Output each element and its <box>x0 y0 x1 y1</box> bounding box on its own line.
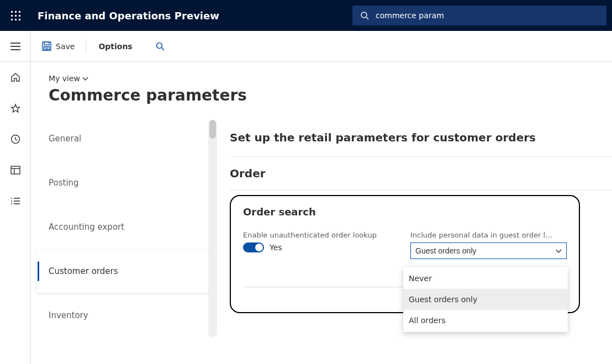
star-icon <box>10 103 20 113</box>
clock-icon <box>10 134 20 144</box>
sidebar-item-favorites[interactable] <box>0 93 31 124</box>
nav-item-inventory[interactable]: Inventory <box>36 293 211 337</box>
enable-unauthenticated-value: Yes <box>270 243 282 252</box>
svg-rect-8 <box>19 19 20 20</box>
nav-item-customer-orders[interactable]: Customer orders <box>36 249 211 293</box>
svg-rect-0 <box>11 11 13 13</box>
include-personal-data-label: Include personal data in guest order l… <box>410 231 567 239</box>
sidebar-item-recent[interactable] <box>0 124 31 155</box>
hamburger-button[interactable] <box>0 31 31 62</box>
sidebar-item-workspaces[interactable] <box>0 155 31 186</box>
svg-point-20 <box>11 198 12 199</box>
view-selector-label: My view <box>49 74 80 83</box>
option-all-orders[interactable]: All orders <box>403 310 568 331</box>
option-never[interactable]: Never <box>403 268 568 289</box>
hamburger-icon <box>10 43 20 50</box>
include-personal-data-field: Include personal data in guest order l… … <box>410 231 567 259</box>
chevron-down-icon <box>556 248 562 254</box>
svg-rect-4 <box>15 15 17 17</box>
nav-item-general[interactable]: General <box>36 117 211 161</box>
svg-point-9 <box>361 12 367 18</box>
include-personal-data-options[interactable]: Never Guest orders only All orders <box>403 267 568 332</box>
svg-rect-28 <box>44 46 50 50</box>
content-split: General Posting Accounting export Custom… <box>31 117 612 337</box>
global-search-input[interactable] <box>374 6 601 25</box>
option-guest-orders-only[interactable]: Guest orders only <box>403 289 568 310</box>
svg-point-22 <box>11 201 12 202</box>
save-button[interactable]: Save <box>42 36 82 56</box>
svg-point-24 <box>11 203 12 204</box>
main-area: Save Options My view Commerce parame <box>31 31 612 364</box>
enable-unauthenticated-field: Enable unauthenticated order lookup Yes <box>243 231 399 252</box>
left-rail <box>0 31 31 364</box>
modules-icon <box>10 197 20 205</box>
detail-divider-2 <box>230 190 612 191</box>
app-body: Save Options My view Commerce parame <box>0 31 612 364</box>
home-icon <box>10 72 20 82</box>
include-personal-data-selected: Guest orders only <box>415 246 477 255</box>
view-selector[interactable]: My view <box>49 74 88 83</box>
svg-rect-27 <box>44 42 49 45</box>
search-icon <box>360 11 369 20</box>
section-header-order[interactable]: Order <box>230 157 612 190</box>
save-icon <box>42 41 51 51</box>
sidebar-item-home[interactable] <box>0 62 31 93</box>
svg-point-31 <box>156 43 162 48</box>
page-title: Commerce parameters <box>49 86 612 104</box>
action-bar-divider <box>86 39 86 54</box>
waffle-icon <box>11 11 20 20</box>
page-scroll[interactable]: My view Commerce parameters General Post… <box>31 62 612 364</box>
svg-rect-2 <box>19 11 20 13</box>
svg-rect-1 <box>15 11 17 13</box>
enable-unauthenticated-toggle[interactable] <box>243 242 264 252</box>
sidebar-item-modules[interactable] <box>0 186 31 217</box>
app-title: Finance and Operations Preview <box>38 10 352 22</box>
search-icon <box>156 42 165 51</box>
detail-title: Set up the retail parameters for custome… <box>230 131 612 144</box>
enable-unauthenticated-label: Enable unauthenticated order lookup <box>243 231 399 239</box>
order-search-group: Order search Enable unauthenticated orde… <box>230 195 580 313</box>
save-button-label: Save <box>56 42 75 51</box>
nav-scrollbar[interactable] <box>208 120 217 337</box>
svg-rect-17 <box>11 166 20 174</box>
workspace-icon <box>10 166 20 175</box>
nav-scrollbar-thumb[interactable] <box>209 120 216 139</box>
order-search-field-row: Enable unauthenticated order lookup Yes … <box>243 231 567 259</box>
svg-line-32 <box>161 48 164 50</box>
global-search-box[interactable] <box>352 6 606 25</box>
chevron-down-icon <box>82 76 88 82</box>
svg-rect-6 <box>11 19 13 20</box>
svg-rect-7 <box>15 19 17 20</box>
page-header: My view Commerce parameters <box>31 62 612 104</box>
options-button[interactable]: Options <box>91 36 140 56</box>
order-search-heading: Order search <box>243 206 567 218</box>
page-search-button[interactable] <box>150 36 170 56</box>
nav-item-posting[interactable]: Posting <box>36 161 211 205</box>
svg-line-10 <box>366 17 368 19</box>
svg-rect-3 <box>11 15 13 17</box>
detail-panel: Set up the retail parameters for custome… <box>217 117 612 337</box>
action-bar: Save Options <box>31 31 612 62</box>
svg-rect-5 <box>19 15 20 17</box>
app-launcher-button[interactable] <box>0 0 31 31</box>
include-personal-data-combobox[interactable]: Guest orders only <box>410 242 567 259</box>
svg-line-16 <box>15 140 18 141</box>
nav-item-accounting-export[interactable]: Accounting export <box>36 205 211 249</box>
global-header: Finance and Operations Preview <box>0 0 612 31</box>
parameter-groups-nav: General Posting Accounting export Custom… <box>31 117 217 337</box>
